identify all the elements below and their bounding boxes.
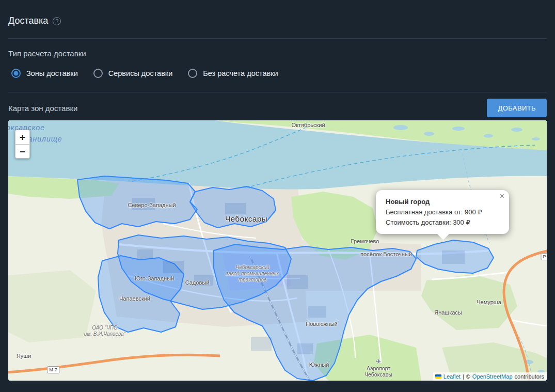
map-lake <box>424 132 434 136</box>
map-lake <box>511 128 522 132</box>
zone-popup: × Новый город Бесплатная доставка от: 90… <box>376 190 509 234</box>
popup-free-delivery: Бесплатная доставка от: 900 ₽ <box>386 207 499 217</box>
map-section-header: Карта зон доставки ДОБАВИТЬ <box>8 99 547 117</box>
delivery-type-options: Зоны доставки Сервисы доставки Без расче… <box>11 69 547 78</box>
delivery-settings-page: Доставка ? Тип расчета доставки Зоны дос… <box>0 0 555 392</box>
zoom-out-button[interactable]: − <box>15 144 30 159</box>
radio-delivery-services[interactable]: Сервисы доставки <box>93 69 173 78</box>
zoom-in-button[interactable]: + <box>15 130 30 144</box>
map-lake <box>484 134 493 138</box>
radio-no-calculation[interactable]: Без расчета доставки <box>188 69 278 78</box>
attribution-copyright: © <box>466 373 470 380</box>
radio-unselected-icon <box>93 69 103 78</box>
map-canvas <box>8 120 547 381</box>
attribution-divider: | <box>463 373 464 380</box>
map-attribution: Leaflet | © OpenStreetMap contributors <box>433 372 547 381</box>
page-header: Доставка ? <box>0 0 555 26</box>
popup-title: Новый город <box>386 197 499 207</box>
osm-link[interactable]: OpenStreetMap <box>472 373 513 380</box>
map-zoom-control: + − <box>15 130 30 159</box>
popup-close-button[interactable]: × <box>500 193 504 200</box>
leaflet-link[interactable]: Leaflet <box>443 373 461 380</box>
divider <box>8 92 547 92</box>
radio-label: Сервисы доставки <box>108 69 173 77</box>
map-fields <box>8 270 96 342</box>
divider <box>8 38 547 39</box>
radio-label: Зоны доставки <box>26 69 78 77</box>
map-lake <box>452 127 465 131</box>
radio-selected-icon <box>11 69 21 78</box>
map-lake <box>393 125 408 130</box>
map-section-label: Карта зон доставки <box>8 104 77 113</box>
ukraine-flag-icon <box>435 374 441 379</box>
page-title: Доставка <box>8 15 48 26</box>
help-icon[interactable]: ? <box>53 17 61 25</box>
delivery-zones-map[interactable]: оксарское хранилище Октябрьский Северо-З… <box>8 120 547 381</box>
popup-delivery-cost: Стоимость доставки: 300 ₽ <box>386 217 499 228</box>
delivery-type-label: Тип расчета доставки <box>8 49 547 58</box>
map-lake <box>532 137 540 140</box>
radio-label: Без расчета доставки <box>203 69 278 77</box>
radio-unselected-icon <box>188 69 197 78</box>
radio-delivery-zones[interactable]: Зоны доставки <box>11 69 78 78</box>
add-zone-button[interactable]: ДОБАВИТЬ <box>487 99 547 117</box>
attribution-suffix: contributors <box>515 373 544 380</box>
